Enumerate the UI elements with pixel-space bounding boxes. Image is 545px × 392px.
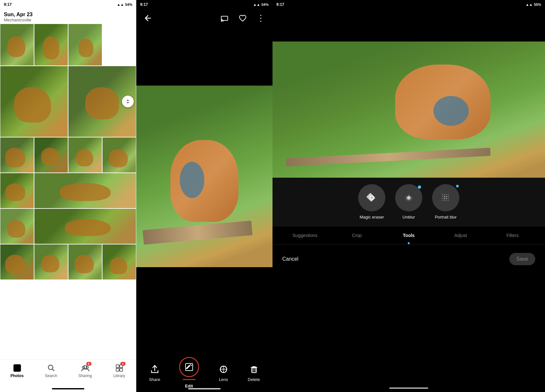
svg-point-34 [448,198,449,199]
home-indicator-2 [188,388,221,389]
tools-grid: Magic eraser Unblur [282,184,535,220]
viewer-toolbar-actions: ⋮ [218,12,267,25]
search-nav-icon [47,364,55,372]
tab-adjust[interactable]: Adjust [435,226,487,244]
location-label: Mechanicsville [4,18,132,22]
photo-grid [0,24,136,360]
svg-point-31 [442,198,443,199]
save-button[interactable]: Save [509,253,535,265]
photo-thumb-3[interactable] [68,24,102,66]
tab-tools[interactable]: Tools [383,226,435,244]
photo-thumb-12[interactable] [0,208,34,244]
grid-row-3 [0,137,136,173]
photo-thumb-9[interactable] [102,137,136,173]
svg-point-33 [446,198,447,199]
editor-tools-section: Magic eraser Unblur [272,178,545,226]
photo-thumb-7[interactable] [34,137,68,173]
editor-time: 9:17 [276,2,284,7]
photos-status-bar: 9:17 ▲▲ 54% [0,0,136,9]
portrait-blur-icon-circle [432,184,459,211]
tab-crop[interactable]: Crop [331,226,383,244]
home-indicator-3 [389,387,428,389]
svg-point-29 [446,196,447,197]
photo-thumb-2[interactable] [34,24,68,66]
unblur-label: Unblur [403,215,415,220]
back-button[interactable] [141,12,154,25]
viewer-status-bar: 9:17 ▲▲ 54% [136,0,272,9]
tab-filters[interactable]: Filters [487,226,539,244]
nav-label-search: Search [45,374,57,378]
share-icon [149,363,161,375]
nav-label-library: Library [113,374,125,378]
scroll-button[interactable] [122,96,134,107]
svg-point-1 [15,366,16,367]
magic-eraser-label: Magic eraser [359,215,384,220]
svg-point-11 [221,21,222,22]
svg-point-28 [444,196,445,197]
unblur-dot-accent [418,185,421,189]
photo-thumb-17[interactable] [102,244,136,280]
grid-row-2 [0,66,136,137]
photo-thumb-13[interactable] [34,208,136,244]
photo-thumb-11[interactable] [34,173,136,208]
library-nav-icon: 2 [115,364,124,372]
viewer-panel: 9:17 ▲▲ 54% [136,0,272,392]
photo-thumb-10[interactable] [0,173,34,208]
svg-point-14 [222,368,225,371]
edit-active-line [183,379,196,380]
svg-point-26 [448,194,449,195]
photos-panel: 9:17 ▲▲ 54% Sun, Apr 23 Mechanicsville [0,0,136,392]
viewer-stick-shape [143,221,253,245]
tool-unblur[interactable]: Unblur [395,184,422,220]
more-options-button[interactable]: ⋮ [254,12,267,25]
photo-thumb-4[interactable] [0,66,68,137]
bottom-navigation: Photos Search 8 Shar [0,360,136,392]
home-indicator-1 [52,388,84,389]
photo-thumb-6[interactable] [0,137,34,173]
photo-thumb-15[interactable] [34,244,68,280]
share-action[interactable]: Share [149,363,161,382]
nav-item-library[interactable]: 2 Library [102,362,136,378]
editor-harness [433,96,469,126]
harness-shape [180,162,204,198]
grid-row-5 [0,208,136,244]
cancel-button[interactable]: Cancel [282,256,298,262]
photos-battery: 54% [125,3,132,6]
svg-point-25 [446,194,447,195]
nav-item-photos[interactable]: Photos [0,362,34,378]
viewer-main-photo[interactable] [136,86,272,267]
favorite-button[interactable] [236,12,249,25]
lens-label: Lens [219,377,228,382]
editor-battery: 55% [534,3,541,6]
photo-thumb-1[interactable] [0,24,34,66]
editor-main-photo[interactable] [272,42,545,178]
sharing-nav-icon: 8 [81,364,90,372]
viewer-toolbar: ⋮ [136,9,272,27]
lens-action[interactable]: Lens [218,363,229,382]
tool-portrait-blur[interactable]: Portrait blur [432,184,459,220]
svg-rect-8 [116,368,119,371]
photo-thumb-14[interactable] [0,244,34,280]
photo-thumb-16[interactable] [68,244,102,280]
portrait-blur-label: Portrait blur [435,215,456,220]
magic-eraser-icon-circle [358,184,385,211]
svg-point-37 [446,200,447,201]
photo-thumb-8[interactable] [68,137,102,173]
delete-action[interactable]: Delete [248,363,260,382]
svg-rect-9 [120,368,123,371]
grid-row-4 [0,173,136,208]
svg-point-24 [444,194,445,195]
photos-header: Sun, Apr 23 Mechanicsville [0,9,136,24]
nav-item-search[interactable]: Search [34,362,68,378]
tool-magic-eraser[interactable]: Magic eraser [358,184,385,220]
delete-icon [248,363,260,375]
sharing-badge: 8 [86,362,91,366]
nav-item-sharing[interactable]: 8 Sharing [68,362,102,378]
tab-suggestions[interactable]: Suggestions [279,226,331,244]
editor-panel: 9:17 ▲▲ 55% [272,0,545,392]
nav-label-sharing: Sharing [79,374,92,378]
editor-image-area [272,9,545,178]
cast-button[interactable] [218,12,231,25]
svg-point-32 [444,198,445,199]
edit-action[interactable]: Edit [179,357,199,388]
